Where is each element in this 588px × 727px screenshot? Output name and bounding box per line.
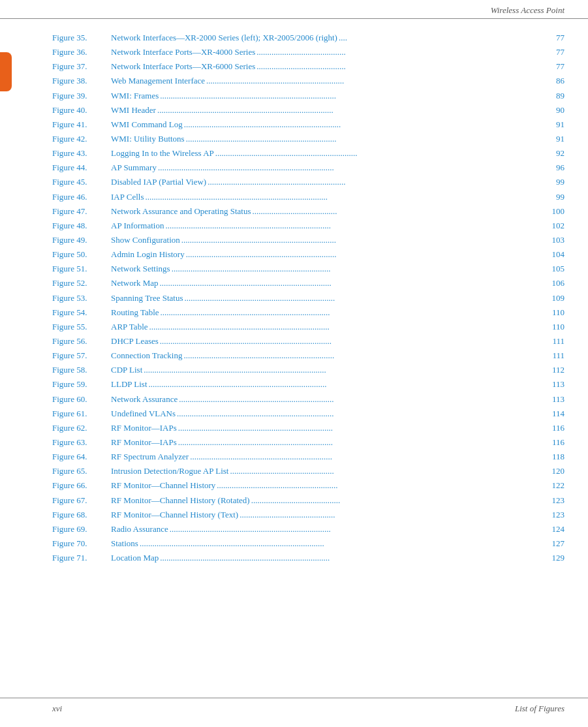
figure-title-text: DHCP Leases xyxy=(111,335,159,348)
figure-page: 77 xyxy=(553,46,565,59)
figure-title: Network Interface Ports—XR-4000 Series .… xyxy=(111,45,565,59)
figure-page: 109 xyxy=(549,292,565,305)
figure-leader-dots: ........................................… xyxy=(183,118,553,131)
figure-page: 120 xyxy=(549,465,565,478)
figure-title-text: Network Interface Ports—XR-6000 Series xyxy=(111,60,255,73)
figure-number: Figure 61. xyxy=(52,407,111,421)
figure-leader-dots: ........................................… xyxy=(178,393,549,406)
figure-page: 91 xyxy=(553,118,565,131)
figure-page: 100 xyxy=(549,205,565,218)
figure-page: 77 xyxy=(553,31,565,44)
figure-title-text: AP Information xyxy=(111,219,164,232)
figure-title: ARP Table ..............................… xyxy=(111,320,565,334)
figure-title-text: Network Interface Ports—XR-4000 Series xyxy=(111,46,255,59)
figure-leader-dots: ........................................… xyxy=(185,248,549,261)
table-row: Figure 38.Web Management Interface .....… xyxy=(52,74,565,88)
figure-page: 127 xyxy=(549,537,565,550)
header-title: Wireless Access Point xyxy=(491,5,565,16)
figure-title: WMI Header .............................… xyxy=(111,103,565,117)
figure-number: Figure 44. xyxy=(52,161,111,175)
figure-number: Figure 67. xyxy=(52,493,111,508)
figure-title-text: RF Monitor—IAPs xyxy=(111,422,177,435)
figure-page: 110 xyxy=(549,306,565,319)
figure-title-text: Admin Login History xyxy=(111,248,185,261)
table-row: Figure 65.Intrusion Detection/Rogue AP L… xyxy=(52,464,565,478)
figure-page: 129 xyxy=(549,551,565,565)
figure-title: Spanning Tree Status ...................… xyxy=(111,291,565,305)
figure-title: RF Monitor—IAPs ........................… xyxy=(111,435,565,450)
figure-title: Disabled IAP (Partial View) ............… xyxy=(111,175,565,189)
figure-number: Figure 57. xyxy=(52,348,111,363)
figure-title-text: Stations xyxy=(111,537,138,550)
table-row: Figure 54.Routing Table ................… xyxy=(52,305,565,320)
figure-leader-dots: ........................................… xyxy=(159,551,549,565)
table-row: Figure 48.AP Information ...............… xyxy=(52,219,565,233)
bookmark-tab xyxy=(0,52,12,91)
figure-number: Figure 36. xyxy=(52,45,111,59)
table-row: Figure 53.Spanning Tree Status .........… xyxy=(52,291,565,305)
figure-number: Figure 38. xyxy=(52,74,111,88)
figure-page: 111 xyxy=(549,349,565,362)
table-row: Figure 42.WMI: Utility Buttons .........… xyxy=(52,132,565,146)
figure-title-text: Undefined VLANs xyxy=(111,407,176,420)
figure-page: 113 xyxy=(549,393,565,406)
figure-title-text: RF Monitor—Channel History (Rotated) xyxy=(111,494,250,507)
figure-leader-dots: ........................................… xyxy=(176,407,549,420)
table-row: Figure 63.RF Monitor—IAPs ..............… xyxy=(52,435,565,450)
figure-page: 89 xyxy=(553,89,565,102)
table-row: Figure 70.Stations .....................… xyxy=(52,536,565,551)
table-row: Figure 57.Connection Tracking ..........… xyxy=(52,348,565,363)
figure-title: Intrusion Detection/Rogue AP List ......… xyxy=(111,464,565,478)
figure-leader-dots: ........................................… xyxy=(255,60,553,73)
figure-leader-dots: .... xyxy=(337,31,553,44)
figure-title: LLDP List ..............................… xyxy=(111,377,565,392)
figure-title-text: Network Assurance xyxy=(111,393,178,406)
figure-leader-dots: ........................................… xyxy=(138,537,549,550)
figure-title: WMI: Frames ............................… xyxy=(111,89,565,103)
table-row: Figure 41.WMI Command Log ..............… xyxy=(52,117,565,132)
figure-page: 91 xyxy=(553,132,565,146)
figure-page: 96 xyxy=(553,161,565,174)
figure-number: Figure 37. xyxy=(52,59,111,74)
figure-page: 92 xyxy=(553,147,565,160)
figure-page: 124 xyxy=(549,523,565,536)
figure-number: Figure 40. xyxy=(52,103,111,117)
figure-leader-dots: ........................................… xyxy=(215,479,549,492)
figure-number: Figure 48. xyxy=(52,219,111,233)
figure-leader-dots: ........................................… xyxy=(144,191,553,204)
figure-number: Figure 39. xyxy=(52,89,111,103)
figure-leader-dots: ........................................… xyxy=(147,378,549,391)
figure-leader-dots: ........................................… xyxy=(183,292,549,305)
table-row: Figure 40.WMI Header ...................… xyxy=(52,103,565,117)
table-row: Figure 37.Network Interface Ports—XR-600… xyxy=(52,59,565,74)
figure-leader-dots: ........................................… xyxy=(180,234,549,247)
figure-title-text: Network Interfaces—XR-2000 Series (left)… xyxy=(111,31,337,44)
figure-leader-dots: ........................................… xyxy=(170,262,549,275)
figure-leader-dots: ........................................… xyxy=(177,436,549,449)
figure-page: 116 xyxy=(549,436,565,449)
figure-title: Show Configuration .....................… xyxy=(111,233,565,247)
figure-title-text: Network Settings xyxy=(111,262,170,275)
figure-page: 90 xyxy=(553,104,565,117)
figure-number: Figure 51. xyxy=(52,262,111,276)
table-row: Figure 64.RF Spectrum Analyzer .........… xyxy=(52,450,565,464)
figure-title-text: Disabled IAP (Partial View) xyxy=(111,176,206,189)
figure-title-text: RF Monitor—Channel History xyxy=(111,479,215,492)
figure-page: 106 xyxy=(549,277,565,290)
figure-leader-dots: ........................................… xyxy=(228,465,549,478)
figure-number: Figure 63. xyxy=(52,435,111,450)
figure-title-text: Network Map xyxy=(111,277,159,290)
table-row: Figure 62.RF Monitor—IAPs ..............… xyxy=(52,421,565,435)
figure-number: Figure 60. xyxy=(52,392,111,407)
table-row: Figure 69.Radio Assurance ..............… xyxy=(52,522,565,536)
table-row: Figure 55.ARP Table ....................… xyxy=(52,320,565,334)
table-row: Figure 49.Show Configuration ...........… xyxy=(52,233,565,247)
table-row: Figure 47.Network Assurance and Operatin… xyxy=(52,204,565,219)
figure-number: Figure 50. xyxy=(52,247,111,262)
table-row: Figure 36.Network Interface Ports—XR-400… xyxy=(52,45,565,59)
figure-leader-dots: ........................................… xyxy=(164,219,549,232)
footer-section-title: List of Figures xyxy=(515,704,565,714)
table-row: Figure 58.CDP List .....................… xyxy=(52,363,565,377)
figure-leader-dots: ........................................… xyxy=(255,46,553,59)
figure-title-text: AP Summary xyxy=(111,161,157,174)
